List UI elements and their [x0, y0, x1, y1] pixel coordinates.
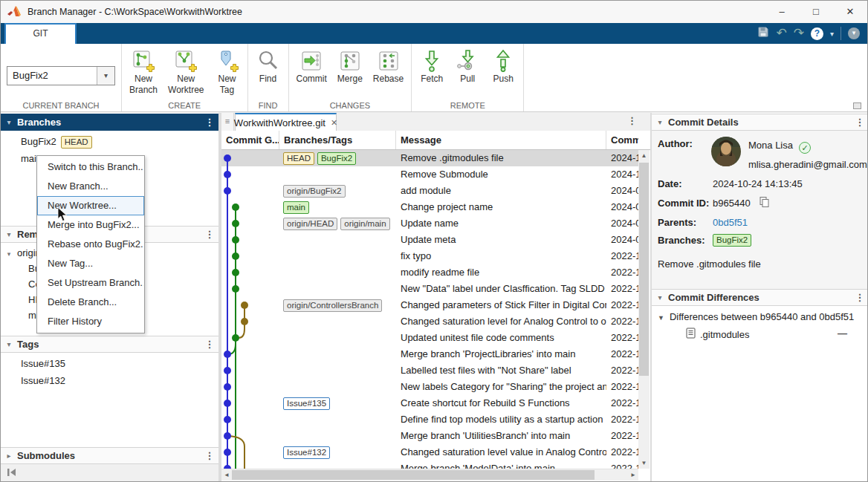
tabstrip-menu-icon[interactable]: ⋮: [627, 115, 637, 126]
commit-row[interactable]: Update meta2024-0: [221, 232, 638, 248]
menu-item[interactable]: Merge into BugFix2...: [37, 215, 144, 235]
combobox-dropdown-icon[interactable]: ▾: [97, 67, 114, 85]
menu-item[interactable]: New Branch...: [37, 177, 144, 196]
commit-row[interactable]: origin/ControllersBranchChanged paramete…: [221, 297, 638, 313]
redo-icon[interactable]: ↷: [794, 24, 804, 43]
menu-item[interactable]: Set Upstream Branch...: [37, 273, 144, 293]
tree-expanded-icon[interactable]: ▾: [1, 247, 17, 262]
commit-details-header[interactable]: ▾ Commit Details ⋮: [652, 114, 868, 131]
current-branch-combobox[interactable]: BugFix2▾: [7, 66, 115, 85]
collapse-icon[interactable]: ▾: [652, 293, 668, 302]
new-tag-button[interactable]: NewTag: [213, 47, 242, 97]
column-commit-graph[interactable]: Commit G...: [221, 131, 279, 149]
branch-manager-window: Branch Manager - C:\WorkSpace\WorkwithWo…: [0, 0, 868, 482]
save-icon[interactable]: [757, 26, 769, 41]
tab-close-icon[interactable]: ✕: [331, 118, 337, 128]
menu-item[interactable]: New Tag...: [37, 254, 144, 273]
new-branch-button[interactable]: NewBranch: [128, 47, 159, 97]
ribbon-collapse-icon[interactable]: ▾: [848, 27, 860, 39]
vertical-scrollbar[interactable]: ▲ ▼: [638, 150, 650, 469]
horizontal-scroll-thumb[interactable]: [232, 470, 595, 480]
menu-item[interactable]: Delete Branch...: [37, 293, 144, 312]
commit-row[interactable]: Issue#135Create shortcut for Rebuild S F…: [221, 395, 638, 411]
vertical-scroll-thumb[interactable]: [639, 163, 649, 376]
scroll-up-icon[interactable]: ▲: [638, 150, 650, 161]
commit-differences-header[interactable]: ▾ Commit Differences ⋮: [652, 289, 868, 306]
commit-details-menu-icon[interactable]: ⋮: [851, 117, 868, 128]
menu-item[interactable]: New Worktree...: [37, 196, 144, 215]
ribbon-grip-icon[interactable]: [853, 102, 861, 109]
branches-menu-icon[interactable]: ⋮: [201, 117, 218, 128]
tag-item[interactable]: Issue#132: [1, 372, 218, 389]
fetch-button[interactable]: Fetch: [418, 47, 446, 86]
commit-row[interactable]: origin/BugFix2add module2024-0: [221, 183, 638, 199]
commit-row[interactable]: New "Data" label under Clasffication. Ta…: [221, 281, 638, 297]
maximize-button[interactable]: □: [799, 1, 833, 23]
column-message[interactable]: Message: [396, 131, 606, 149]
pull-button[interactable]: Pull: [453, 47, 482, 86]
merge-button[interactable]: Merge: [336, 47, 364, 86]
remotes-menu-icon[interactable]: ⋮: [201, 229, 218, 240]
branches-section-header[interactable]: ▾ Branches ⋮: [1, 114, 218, 131]
scroll-down-icon[interactable]: ▼: [638, 457, 650, 469]
commit-row[interactable]: Remove Submodule2024-1: [221, 166, 638, 183]
commit-row[interactable]: modify readme file2022-1: [221, 264, 638, 281]
commit-row[interactable]: HEADBugFix2Remove .gitmodules file2024-1: [221, 150, 638, 166]
commit-row[interactable]: fix typo2022-1: [221, 248, 638, 264]
scroll-right-icon[interactable]: ►: [628, 469, 638, 481]
menu-item[interactable]: Filter History: [37, 312, 144, 331]
parent-commit-link[interactable]: 0bd5f51: [713, 217, 748, 228]
find-button[interactable]: Find: [254, 47, 282, 86]
column-commit-date[interactable]: Commi: [606, 131, 638, 149]
new-worktree-button[interactable]: NewWorktree: [166, 47, 205, 97]
rebase-button[interactable]: Rebase: [372, 47, 405, 86]
commit-row[interactable]: Changed saturation level for Analog Cont…: [221, 313, 638, 330]
skip-to-start-icon[interactable]: [7, 466, 17, 480]
copy-icon[interactable]: [759, 196, 770, 211]
menu-item[interactable]: Rebase onto BugFix2...: [37, 235, 144, 254]
collapse-icon[interactable]: ▾: [652, 118, 668, 126]
tags-section-header[interactable]: ▾ Tags ⋮: [1, 336, 218, 353]
tree-expanded-icon[interactable]: ▼: [658, 314, 664, 322]
commit-row[interactable]: Define find top models utility as a star…: [221, 411, 638, 428]
scroll-left-icon[interactable]: ◄: [221, 469, 232, 481]
commit-button[interactable]: Commit: [295, 47, 328, 86]
branch-item[interactable]: BugFix2HEAD: [1, 133, 218, 150]
commit-differences-menu-icon[interactable]: ⋮: [851, 292, 868, 303]
commit-row[interactable]: mainChange project name2024-0: [221, 199, 638, 215]
document-bar-icon[interactable]: ≡: [221, 113, 234, 131]
undo-icon[interactable]: ↶: [776, 24, 786, 43]
horizontal-scrollbar[interactable]: ◄ ►: [221, 469, 638, 481]
diff-file-item[interactable]: .gitmodules: [686, 328, 749, 341]
collapse-icon[interactable]: ▾: [1, 118, 17, 126]
submodules-menu-icon[interactable]: ⋮: [201, 450, 218, 461]
commit-date-cell: 2022-1: [606, 395, 638, 411]
commit-row[interactable]: Labelled test files with "Not Share" lab…: [221, 362, 638, 379]
graph-cell: [221, 297, 279, 313]
push-button[interactable]: Push: [489, 47, 517, 86]
commit-date-cell: 2024-1: [606, 150, 638, 166]
column-branches-tags[interactable]: Branches/Tags: [279, 131, 396, 149]
commit-row[interactable]: New labels Category for "Sharing" the pr…: [221, 379, 638, 395]
tab-git[interactable]: GIT: [4, 23, 77, 44]
minimize-button[interactable]: –: [765, 1, 799, 23]
commit-row[interactable]: Merge branch 'UtilitiesBranch' into main…: [221, 428, 638, 444]
commit-row[interactable]: Merge branch 'ProjectLibraries' into mai…: [221, 346, 638, 362]
tab-workwithworktree-git[interactable]: WorkwithWorktree.git ✕: [235, 113, 337, 131]
help-icon[interactable]: ?: [811, 27, 823, 40]
commit-row[interactable]: origin/HEADorigin/mainUpdate name2024-0: [221, 215, 638, 232]
differences-tree-root[interactable]: ▼Differences between b965440 and 0bd5f51: [658, 311, 854, 322]
branch-context-menu: Switch to this Branch...New Branch...New…: [36, 155, 145, 333]
close-button[interactable]: ✕: [833, 1, 867, 23]
tags-menu-icon[interactable]: ⋮: [201, 339, 218, 350]
collapse-icon[interactable]: ▾: [1, 230, 17, 238]
menu-item[interactable]: Switch to this Branch...: [37, 157, 144, 177]
help-dropdown-icon[interactable]: ▾: [830, 30, 834, 38]
commit-row[interactable]: Merge branch 'ModelData' into main2022-1: [221, 460, 638, 469]
commit-row[interactable]: Updated unitest file code comments2022-1: [221, 330, 638, 346]
tag-item[interactable]: Issue#135: [1, 355, 218, 372]
submodules-section-header[interactable]: ▸ Submodules ⋮: [1, 447, 218, 464]
expand-icon[interactable]: ▸: [1, 452, 17, 460]
commit-row[interactable]: Issue#132Changed saturation level value …: [221, 444, 638, 460]
collapse-icon[interactable]: ▾: [1, 340, 17, 348]
